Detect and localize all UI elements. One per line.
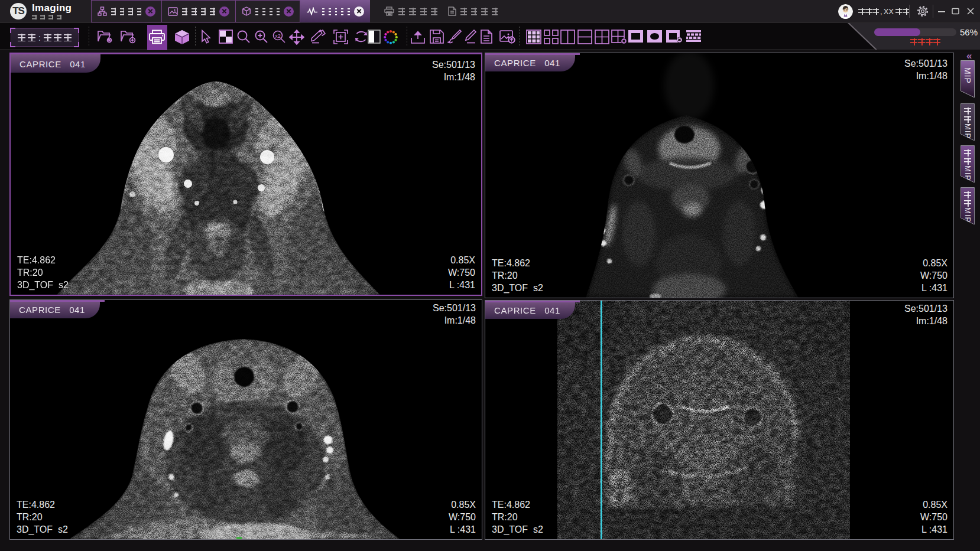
svg-text:x2: x2 [275,33,281,39]
